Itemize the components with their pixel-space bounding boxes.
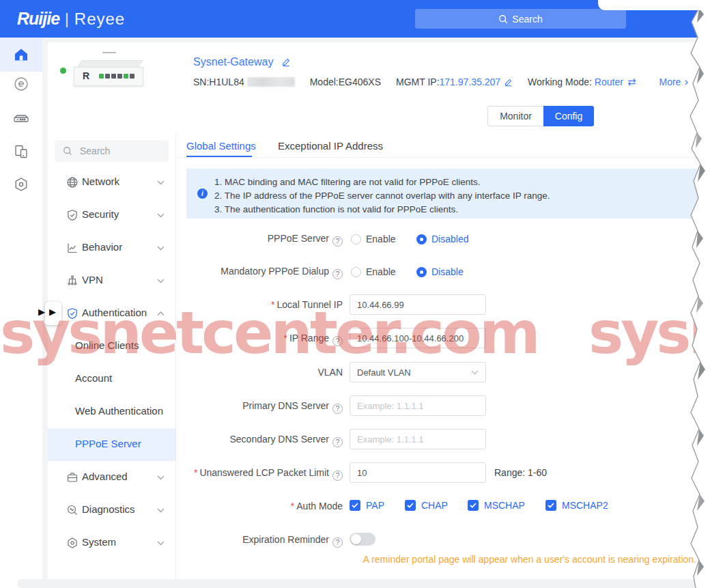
sidebar-item-behavior[interactable]: Behavior (48, 232, 175, 264)
device-face-letter: R (83, 70, 89, 81)
radio-selected (416, 267, 427, 277)
edit-device-name-icon[interactable] (281, 57, 291, 67)
rail-workspace-button[interactable] (0, 67, 42, 101)
device-illustration: R (70, 53, 149, 86)
notice-line-2: 2. The IP address of the PPPoE server ca… (214, 189, 550, 203)
vlan-select[interactable]: Default VLAN (350, 362, 486, 382)
expiration-reminder-toggle[interactable] (350, 533, 375, 546)
notice-line-1: 1. MAC binding and MAC filtering are not… (214, 176, 550, 189)
secondary-dns-input[interactable] (350, 429, 486, 449)
primary-dns-label: Primary DNS Server? (157, 400, 343, 414)
local-tunnel-ip-label: *Local Tunnel IP (157, 299, 343, 310)
ip-range-input[interactable] (350, 328, 486, 348)
question-icon[interactable]: ? (332, 269, 343, 279)
shield-icon (66, 209, 79, 221)
sn-redacted (247, 77, 295, 87)
shield-check-icon (66, 307, 79, 320)
torn-corner-overlay (598, 0, 710, 10)
rail-clients-button[interactable] (0, 135, 42, 169)
brand-reyee: Reyee (74, 10, 125, 29)
mandatory-dialup-enable-option[interactable]: Enable (351, 266, 396, 278)
sidebar-item-authentication[interactable]: Authentication (48, 297, 175, 330)
checkbox-checked (405, 500, 416, 511)
sidebar-search-box[interactable] (55, 140, 169, 162)
device-summary-card: R Sysnet-Gateway SN:H1UL84 Model:EG406XS… (48, 42, 710, 96)
chevron-down-icon (157, 213, 165, 218)
tab-global-settings[interactable]: Global Settings (186, 140, 256, 152)
chevron-down-icon (157, 180, 165, 185)
pppoe-server-disabled-option[interactable]: Disabled (416, 233, 468, 245)
nav-content-divider (175, 133, 176, 580)
auth-mode-chap-checkbox[interactable]: CHAP (405, 500, 448, 511)
sidebar-item-online-clients[interactable]: Online Clients (48, 330, 175, 363)
question-icon[interactable]: ? (332, 537, 343, 548)
device-leds (99, 74, 134, 79)
gateway-device-icon (12, 109, 30, 127)
edit-mgmt-ip-icon[interactable] (504, 78, 513, 87)
rail-settings-button[interactable] (0, 167, 42, 201)
pppoe-server-enable-option[interactable]: Enable (351, 233, 396, 245)
reyee-circle-icon (13, 76, 29, 92)
question-icon[interactable]: ? (332, 437, 343, 447)
sidebar-item-account[interactable]: Account (48, 363, 175, 395)
sidebar-item-security[interactable]: Security (48, 199, 175, 232)
question-icon[interactable]: ? (332, 471, 343, 481)
notice-banner: i 1. MAC binding and MAC filtering are n… (186, 169, 698, 219)
auth-mode-label: *Auth Mode (157, 501, 343, 512)
auth-mode-pap-checkbox[interactable]: PAP (350, 500, 384, 511)
question-icon[interactable]: ? (332, 236, 343, 247)
checkbox-checked (468, 500, 479, 511)
vlan-label: VLAN (157, 367, 343, 378)
switch-mode-icon[interactable]: ⇄ (627, 76, 636, 88)
sidebar-item-diagnostics[interactable]: Diagnostics (48, 494, 175, 527)
local-tunnel-ip-input[interactable] (350, 294, 486, 315)
sidebar-item-vpn[interactable]: VPN (48, 264, 175, 297)
mandatory-dialup-label: Mandatory PPPoE Dialup? (157, 266, 343, 279)
check-icon (407, 503, 414, 508)
working-mode-label: Working Mode: (528, 76, 592, 87)
checkbox-checked (545, 500, 556, 511)
bottom-strip (17, 579, 710, 588)
primary-dns-input[interactable] (350, 395, 486, 416)
sidebar-item-advanced[interactable]: Advanced (48, 461, 175, 494)
sidebar-item-network[interactable]: Network (48, 166, 175, 199)
question-icon[interactable]: ? (332, 404, 343, 414)
more-chevron-icon[interactable]: › (684, 75, 688, 89)
rail-gateway-button[interactable] (0, 101, 42, 135)
tab-exceptional-ip[interactable]: Exceptional IP Address (278, 140, 383, 152)
lcp-limit-input[interactable] (350, 462, 486, 483)
monitor-button[interactable]: Monitor (487, 106, 544, 126)
collapse-arrow-icon[interactable]: ▶ (49, 307, 56, 316)
mandatory-dialup-disable-option[interactable]: Disable (416, 266, 464, 278)
chart-icon (66, 242, 79, 254)
auth-mode-mschap2-checkbox[interactable]: MSCHAP2 (545, 500, 608, 511)
lcp-limit-label: *Unanswered LCP Packet Limit? (157, 467, 343, 481)
briefcase-icon (66, 471, 79, 484)
sidebar-search-input[interactable] (79, 145, 156, 157)
device-model: Model:EG406XS (310, 76, 381, 87)
chevron-down-icon (471, 370, 479, 375)
auth-mode-mschap-checkbox[interactable]: MSCHAP (468, 500, 525, 511)
globe-icon (66, 176, 79, 188)
tab-active-underline (186, 156, 252, 157)
expiration-reminder-note: A reminder portal page will appear when … (363, 554, 696, 565)
secondary-dns-label: Secondary DNS Server? (157, 434, 343, 447)
more-link[interactable]: More (659, 76, 681, 87)
sidebar-item-web-authentication[interactable]: Web Authentication (48, 395, 175, 428)
check-icon (352, 503, 358, 508)
sidebar-item-system[interactable]: System (48, 527, 175, 559)
vpn-hub-icon (66, 275, 79, 287)
notice-line-3: 3. The authentication function is not va… (214, 203, 550, 216)
sidebar-item-pppoe-server[interactable]: PPPoE Server (48, 428, 175, 461)
mgmt-ip-label: MGMT IP: (396, 76, 440, 87)
bottom-corner (0, 579, 17, 588)
radio-selected (416, 234, 427, 244)
question-icon[interactable]: ? (332, 336, 343, 346)
system-icon (66, 537, 79, 549)
vlan-selected-value: Default VLAN (357, 367, 411, 378)
expiration-reminder-label: Expiration Reminder? (157, 534, 343, 548)
collapse-arrow-icon[interactable]: ▶ (38, 307, 45, 316)
brand-separator: | (65, 10, 69, 28)
config-button[interactable]: Config (543, 106, 594, 126)
global-search-button[interactable]: Search (415, 9, 626, 29)
